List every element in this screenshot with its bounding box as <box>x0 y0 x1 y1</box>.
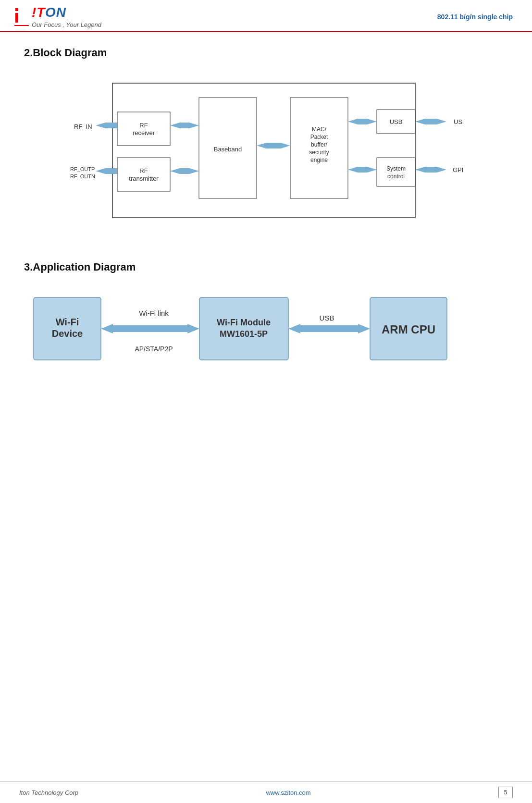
svg-text:AP/STA/P2P: AP/STA/P2P <box>135 345 173 353</box>
logo-area: !TON Our Focus , Your Legend <box>14 5 101 28</box>
svg-rect-1 <box>15 13 18 23</box>
svg-text:receiver: receiver <box>132 129 155 136</box>
svg-text:Wi-Fi link: Wi-Fi link <box>139 309 169 317</box>
svg-rect-44 <box>180 168 189 174</box>
svg-rect-63 <box>199 297 288 360</box>
svg-marker-68 <box>358 324 370 334</box>
block-diagram-svg: RF_IN RF receiver Baseband MAC/ Packet <box>69 69 463 232</box>
svg-text:Device: Device <box>52 328 83 339</box>
svg-marker-36 <box>96 168 105 174</box>
footer-company: Iton Technology Corp <box>19 789 78 796</box>
svg-text:RF: RF <box>139 122 148 129</box>
svg-marker-17 <box>281 143 290 148</box>
footer-website: www.sziton.com <box>266 789 310 796</box>
app-diagram-container: Wi-Fi Device Wi-Fi link AP/STA/P2P Wi-Fi… <box>24 283 508 379</box>
svg-marker-51 <box>415 167 425 173</box>
block-diagram-heading: 2.Block Diagram <box>24 47 508 59</box>
logo-icon <box>14 7 29 26</box>
svg-rect-53 <box>425 167 437 173</box>
svg-text:RF: RF <box>139 167 148 174</box>
svg-marker-11 <box>170 123 180 128</box>
svg-text:USB: USB <box>320 314 334 322</box>
svg-rect-18 <box>266 143 281 148</box>
svg-rect-39 <box>117 158 170 191</box>
svg-marker-5 <box>96 123 105 128</box>
svg-text:RF_IN: RF_IN <box>74 123 92 130</box>
svg-rect-19 <box>290 98 348 198</box>
svg-marker-46 <box>367 167 377 173</box>
svg-text:Wi-Fi  Module: Wi-Fi Module <box>217 318 271 327</box>
svg-marker-31 <box>437 119 446 124</box>
svg-rect-69 <box>300 325 358 332</box>
svg-marker-12 <box>189 123 199 128</box>
page-footer: Iton Technology Corp www.sziton.com 5 <box>0 781 532 803</box>
logo-tagline: Our Focus , Your Legend <box>32 21 101 28</box>
svg-rect-13 <box>180 123 189 128</box>
logo-brand: !TON <box>32 5 101 20</box>
svg-rect-27 <box>358 119 367 124</box>
svg-marker-26 <box>367 119 377 124</box>
svg-rect-47 <box>358 167 367 173</box>
svg-marker-42 <box>170 168 180 174</box>
logo-text-area: !TON Our Focus , Your Legend <box>32 5 101 28</box>
header-subtitle: 802.11 b/g/n single chip <box>437 13 513 21</box>
svg-text:Wi-Fi: Wi-Fi <box>56 317 79 327</box>
svg-marker-25 <box>348 119 358 124</box>
logo-svg <box>14 7 29 26</box>
svg-text:System: System <box>386 165 405 172</box>
page-number: 5 <box>498 787 513 798</box>
svg-text:Packet: Packet <box>310 134 328 140</box>
svg-text:RF_OUTP: RF_OUTP <box>70 166 95 172</box>
svg-rect-8 <box>117 112 170 146</box>
svg-text:buffer/: buffer/ <box>311 141 327 148</box>
svg-marker-30 <box>415 119 425 124</box>
svg-rect-62 <box>113 325 187 332</box>
svg-text:engine: engine <box>310 157 327 163</box>
svg-marker-60 <box>101 324 113 334</box>
svg-marker-52 <box>437 167 446 173</box>
main-content: 2.Block Diagram RF_IN RF receiver Baseba… <box>0 32 532 437</box>
app-diagram-svg: Wi-Fi Device Wi-Fi link AP/STA/P2P Wi-Fi… <box>24 283 457 379</box>
svg-marker-67 <box>288 324 300 334</box>
svg-text:RF_OUTN: RF_OUTN <box>70 173 95 179</box>
svg-rect-38 <box>105 168 117 174</box>
page-header: !TON Our Focus , Your Legend 802.11 b/g/… <box>0 0 532 32</box>
block-diagram-container: RF_IN RF receiver Baseband MAC/ Packet <box>24 69 508 232</box>
svg-rect-7 <box>105 123 117 128</box>
svg-marker-16 <box>257 143 266 148</box>
svg-marker-61 <box>187 324 199 334</box>
svg-marker-45 <box>348 167 358 173</box>
svg-text:MAC/: MAC/ <box>312 126 327 133</box>
svg-text:GPIO: GPIO <box>453 166 463 173</box>
svg-text:USB: USB <box>389 118 402 125</box>
svg-text:ARM CPU: ARM CPU <box>382 323 435 336</box>
svg-rect-0 <box>15 8 18 11</box>
svg-text:MW1601-5P: MW1601-5P <box>220 329 268 339</box>
svg-text:control: control <box>387 173 404 180</box>
svg-rect-48 <box>377 158 415 186</box>
svg-text:transmitter: transmitter <box>129 175 159 182</box>
svg-text:security: security <box>309 149 329 156</box>
svg-marker-43 <box>189 168 199 174</box>
svg-text:USB: USB <box>454 118 463 125</box>
app-diagram-heading: 3.Application Diagram <box>24 261 508 273</box>
svg-text:Baseband: Baseband <box>213 146 242 153</box>
svg-rect-32 <box>425 119 437 124</box>
svg-rect-3 <box>112 83 415 218</box>
